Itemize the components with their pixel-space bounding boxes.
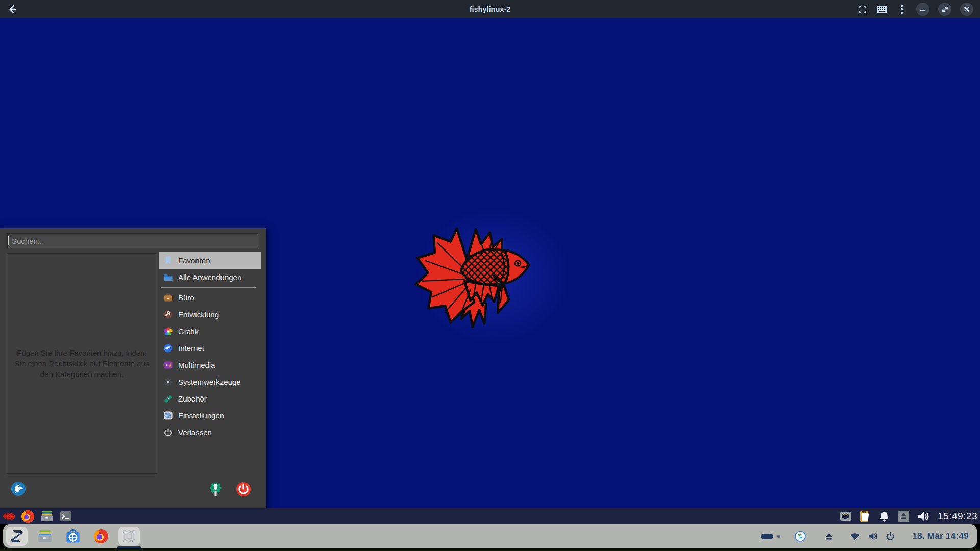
menu-category-verlassen[interactable]: Verlassen <box>159 424 261 441</box>
ethernet-network-icon[interactable] <box>839 510 852 523</box>
battery-indicator[interactable] <box>761 534 773 539</box>
settings-manager-button[interactable] <box>208 482 223 499</box>
firefox-launcher[interactable] <box>21 510 35 523</box>
menu-category-label: Zubehör <box>178 394 207 403</box>
host-datetime[interactable]: 18. Mär 14:49 <box>912 531 969 541</box>
category-list: Favoriten Alle Anwendungen Büro Entwickl… <box>159 252 261 441</box>
firefox-icon <box>93 529 109 544</box>
files-icon <box>37 529 53 544</box>
host-taskbar-region: 18. Mär 14:49 <box>0 524 980 551</box>
menu-category-label: Verlassen <box>178 428 212 437</box>
files-launcher[interactable] <box>34 527 56 546</box>
hummingbird-logo-icon <box>11 481 26 496</box>
software-store-icon <box>65 528 81 544</box>
menu-category-label: Entwicklung <box>178 310 219 319</box>
menu-category-einstellungen[interactable]: Einstellungen <box>159 407 261 424</box>
multimedia-icon <box>163 360 173 370</box>
buero-icon <box>163 293 173 303</box>
titlebar-controls <box>856 3 980 16</box>
file-cabinet-icon <box>40 510 54 523</box>
menu-category-entwicklung[interactable]: Entwicklung <box>159 306 261 323</box>
minimize-icon <box>920 6 926 12</box>
power-icon <box>236 482 251 497</box>
boxes-launcher[interactable] <box>118 527 140 546</box>
wifi-icon[interactable] <box>849 532 861 541</box>
entwicklung-icon <box>163 310 173 320</box>
menu-fish-button[interactable] <box>2 510 16 523</box>
menu-category-favoriten[interactable]: Favoriten <box>159 252 261 269</box>
notifications-bell-icon[interactable] <box>877 510 891 523</box>
menu-category-label: Multimedia <box>178 361 215 369</box>
back-arrow-icon <box>7 4 18 15</box>
firefox-host-launcher[interactable] <box>90 527 112 546</box>
betta-fish-icon <box>405 213 542 334</box>
firefox-icon <box>21 510 35 523</box>
menu-category-label: Favoriten <box>178 256 210 265</box>
terminal-launcher[interactable] <box>59 510 72 523</box>
favorites-hint-text: Fügen Sie Ihre Favoriten hinzu, indem Si… <box>13 347 152 380</box>
verlassen-icon <box>163 428 173 438</box>
restore-icon <box>942 6 948 13</box>
menu-category-multimedia[interactable]: Multimedia <box>159 357 261 373</box>
guest-launchers <box>0 510 72 523</box>
host-launchers <box>3 527 140 546</box>
window-title: fishylinux-2 <box>0 5 980 13</box>
host-taskbar: 18. Mär 14:49 <box>3 524 977 548</box>
host-system-tray: 18. Mär 14:49 <box>761 531 977 542</box>
menu-category-label: Grafik <box>178 327 199 336</box>
menu-category-grafik[interactable]: Grafik <box>159 323 261 340</box>
favorites-panel: Fügen Sie Ihre Favoriten hinzu, indem Si… <box>7 253 157 474</box>
alle-anwendungen-icon <box>163 272 173 283</box>
zubehoer-icon <box>163 394 173 404</box>
menu-category-label: Systemwerkzeuge <box>178 378 241 386</box>
back-button[interactable] <box>5 2 19 16</box>
close-button[interactable] <box>960 3 973 16</box>
removable-media-eject-icon[interactable] <box>897 510 911 523</box>
close-icon <box>964 6 970 12</box>
fullscreen-button[interactable] <box>856 4 868 15</box>
eject-icon[interactable] <box>824 532 834 541</box>
menu-category-label: Büro <box>178 293 194 302</box>
fullscreen-icon <box>858 5 867 14</box>
keyboard-button[interactable] <box>876 4 888 15</box>
settings-gear-wrench-icon <box>208 482 223 497</box>
grafik-icon <box>163 327 173 337</box>
guest-system-tray: 15:49:23 <box>839 510 980 523</box>
menu-category-systemwerkzeuge[interactable]: Systemwerkzeuge <box>159 373 261 390</box>
volume-icon[interactable] <box>916 510 930 523</box>
terminal-icon <box>60 510 72 522</box>
guest-clock[interactable]: 15:49:23 <box>936 511 977 522</box>
search-input[interactable] <box>7 233 258 248</box>
shutdown-button[interactable] <box>236 482 251 499</box>
clipboard-icon[interactable] <box>858 510 872 523</box>
distro-logo-button[interactable] <box>11 481 26 498</box>
kebab-menu-icon <box>900 4 903 14</box>
gnome-boxes-icon <box>121 528 137 544</box>
boxes-titlebar: fishylinux-2 <box>0 0 980 18</box>
zorin-menu-button[interactable] <box>6 527 28 546</box>
application-menu: Fügen Sie Ihre Favoriten hinzu, indem Si… <box>0 228 266 508</box>
menu-category-label: Internet <box>178 344 204 353</box>
minimize-button[interactable] <box>916 3 929 16</box>
software-store-launcher[interactable] <box>62 527 84 546</box>
restore-button[interactable] <box>938 3 951 16</box>
menu-category-alle-anwendungen[interactable]: Alle Anwendungen <box>159 269 261 286</box>
host-power-icon[interactable] <box>886 532 895 541</box>
zorin-connect-icon[interactable] <box>795 531 806 542</box>
battery-dot <box>777 535 780 538</box>
menu-category-buero[interactable]: Büro <box>159 289 261 306</box>
menu-category-internet[interactable]: Internet <box>159 340 261 357</box>
running-app-indicator <box>117 546 141 548</box>
hamburger-menu-button[interactable] <box>896 4 908 15</box>
host-volume-icon[interactable] <box>868 532 878 541</box>
fish-menu-icon <box>2 510 16 523</box>
keyboard-icon <box>877 6 887 13</box>
einstellungen-icon <box>163 411 173 421</box>
favoriten-icon <box>163 256 173 266</box>
betta-fish-logo <box>405 213 542 334</box>
internet-icon <box>163 343 173 354</box>
guest-taskbar: 15:49:23 <box>0 508 980 524</box>
menu-category-zubehoer[interactable]: Zubehör <box>159 390 261 407</box>
file-manager-launcher[interactable] <box>40 510 54 523</box>
menu-category-label: Einstellungen <box>178 411 224 420</box>
